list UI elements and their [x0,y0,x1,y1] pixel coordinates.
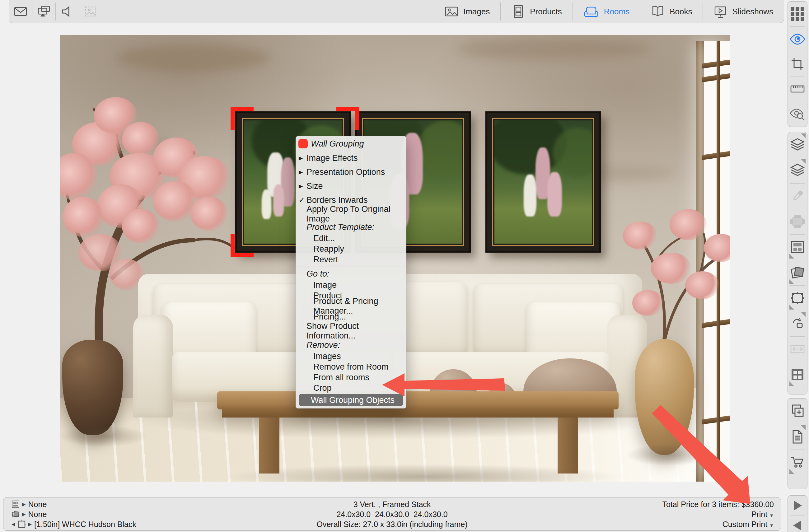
layers-icon [790,138,805,152]
menu-item-label: Borders Inwards [307,195,368,205]
corner-badge-icon [789,381,794,386]
tab-slideshows[interactable]: Slideshows [703,0,784,23]
eye-icon [789,32,806,46]
tilted-frames-button[interactable] [788,260,807,285]
order-report-button[interactable] [788,424,807,449]
menu-item-label: Crop [313,383,332,393]
room-grid-button[interactable] [788,362,807,387]
next-room-button[interactable] [788,496,807,515]
tab-products-label: Products [530,7,562,17]
menu-item-label: Edit... [313,234,335,243]
flip-horizontal-button[interactable] [788,336,807,362]
layers-up-button[interactable] [788,132,807,158]
menu-item-revert[interactable]: Revert [296,254,406,265]
menu-item-product-pricing-manager[interactable]: Product & Pricing Manager... [296,301,406,311]
family-photo-3 [495,120,592,244]
shopping-cart-button[interactable] [788,449,807,475]
corner-badge-icon [789,254,794,259]
eyedropper-button[interactable] [788,183,807,209]
floor-planter [62,340,123,435]
speaker-icon [60,4,74,19]
menu-item-pricing[interactable]: Pricing... [296,311,406,322]
status-right-column: Total Price for 3 items: $3360.00 Print▼… [662,499,774,529]
split-frame-button[interactable] [788,234,807,260]
menu-item-label: Size [307,182,323,191]
framed-print-3[interactable] [485,111,601,253]
reference-image-button[interactable] [79,0,102,23]
proselect-app-window: Images Products Rooms [0,0,809,532]
mat-icon [790,214,805,228]
total-price: Total Price for 3 items: $3360.00 [662,499,774,509]
menu-item-remove-crop[interactable]: Crop [296,383,406,393]
sound-button[interactable] [56,0,79,23]
sidebar-panel-nav [788,495,807,532]
thumbnail-grid-button[interactable] [788,2,807,27]
grid-icon [789,6,806,21]
tab-slideshows-label: Slideshows [732,7,773,17]
rooms-tab-icon [583,5,599,18]
print-dropdown[interactable]: Print▼ [662,509,774,519]
menu-item-wall-grouping-objects[interactable]: Wall Grouping Objects [299,394,403,406]
menu-header-goto: Go to: [296,268,406,280]
tab-books[interactable]: Books [640,0,703,23]
corner-badge-icon [801,159,806,164]
menu-item-label: Remove from Room [313,362,389,372]
add-frames-icon [790,404,805,419]
menu-item-show-product-info[interactable]: Show Product Information... [296,325,406,338]
rotate-button[interactable] [788,311,807,336]
menu-header-remove: Remove: [296,339,406,351]
previous-room-button[interactable] [788,515,807,532]
menu-item-remove-from-room[interactable]: Remove from Room [296,361,406,372]
menu-item-label: Reapply [313,244,344,254]
menu-item-apply-crop[interactable]: Apply Crop To Original Image [296,207,406,221]
tab-images[interactable]: Images [434,0,500,23]
displays-icon [37,4,51,19]
menu-item-label: Show Product Information... [307,321,406,341]
preview-mode-button[interactable] [788,27,807,51]
menu-item-edit[interactable]: Edit... [296,233,406,244]
submenu-arrow-icon: ▶ [299,155,303,161]
play-forward-icon [791,499,804,512]
preview-zoom-button[interactable] [788,102,807,126]
menu-header-product-template: Product Template: [296,222,406,233]
add-product-button[interactable] [788,398,807,424]
tab-books-label: Books [670,7,692,17]
checkmark-icon: ✓ [298,195,305,205]
frame-style-button[interactable] [788,285,807,311]
tab-images-label: Images [463,7,490,17]
menu-item-goto-image[interactable]: Image [296,280,406,290]
play-back-icon [791,519,804,532]
cart-icon [790,455,805,470]
menu-item-reapply[interactable]: Reapply [296,244,406,254]
slideshows-tab-icon [713,5,727,18]
corner-badge-icon [789,279,794,284]
sidebar-panel-order [788,398,807,489]
menu-item-size[interactable]: ▶ Size [296,179,406,193]
menu-item-remove-from-all-rooms[interactable]: From all rooms [296,372,406,383]
menu-item-image-effects[interactable]: ▶ Image Effects [296,152,406,165]
custom-print-dropdown[interactable]: Custom Print▼ [662,519,774,529]
layers-icon [790,163,805,178]
tab-rooms[interactable]: Rooms [573,0,640,23]
dashed-image-icon [83,4,98,19]
crop-tool-button[interactable] [788,52,807,76]
mat-button[interactable] [788,209,807,234]
sidebar-panel-tools [788,132,807,394]
menu-item-label: Wall Grouping Objects [311,395,395,405]
dual-display-button[interactable] [32,0,55,23]
menu-item-label: Presentation Options [307,167,385,177]
selection-corner-icon [230,107,254,130]
menu-header-label: Go to: [307,269,329,279]
tab-products[interactable]: Products [501,0,572,23]
menu-item-remove-images[interactable]: Images [296,351,406,361]
measure-tool-button[interactable] [788,76,807,101]
menu-item-label: Pricing... [313,312,346,322]
corner-badge-icon [801,312,806,317]
menu-item-label: Wall Grouping [311,139,364,149]
menu-item-label: Image Effects [307,153,358,163]
email-button[interactable] [9,0,32,23]
layers-down-button[interactable] [788,158,807,183]
dropdown-caret-icon: ▼ [769,513,774,518]
menu-item-wall-grouping[interactable]: Wall Grouping [296,137,406,151]
menu-item-presentation-options[interactable]: ▶ Presentation Options [296,166,406,178]
